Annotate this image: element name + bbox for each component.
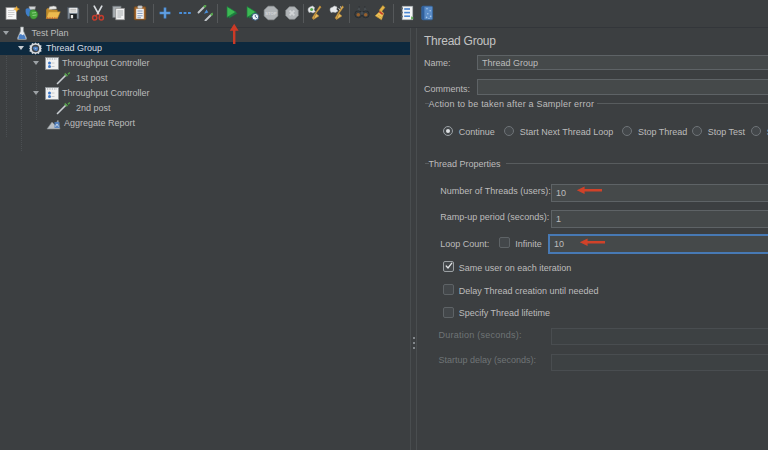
svg-text:STOP: STOP [265, 11, 277, 16]
